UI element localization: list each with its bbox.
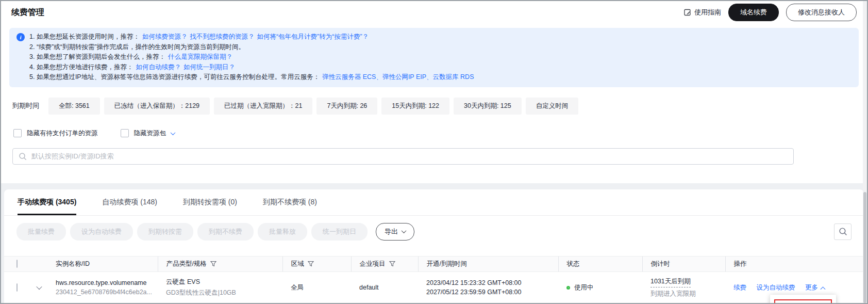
tip-link[interactable]: 如何将“包年包月计费”转为“按需计费”？ <box>257 33 369 40</box>
search-bar <box>12 148 794 165</box>
unify-expiry-date-button[interactable]: 统一到期日 <box>311 223 368 241</box>
tip-line-1: 1. 如果您想延长资源使用时间，推荐：如何续费资源？找不到想续费的资源？如何将“… <box>29 32 474 42</box>
chip-15days[interactable]: 15天内到期: 122 <box>381 98 449 115</box>
tip-link[interactable]: 如何统一到期日？ <box>183 63 235 71</box>
product-type: 云硬盘 EVS <box>166 278 278 286</box>
tab-bar: 手动续费项 (3405) 自动续费项 (148) 到期转按需项 (0) 到期不续… <box>4 189 864 216</box>
hide-resource-packages-checkbox[interactable] <box>121 129 129 137</box>
filter-icon[interactable] <box>308 261 314 267</box>
scrollbar-thumb[interactable] <box>863 192 866 303</box>
batch-renew-button[interactable]: 批量续费 <box>16 223 66 241</box>
chip-7days[interactable]: 7天内到期: 26 <box>316 98 377 115</box>
table-header-row: 实例名称/ID 产品类型/规格 区域 企业项目 开通/到期时间 状态 倒计时 操… <box>4 256 864 271</box>
expiry-filter-row: 到期时间 全部: 3561 已冻结（进入保留期）：2129 已过期（进入宽限期）… <box>12 98 859 115</box>
instance-name: hws.resource.type.volumename <box>56 279 154 286</box>
set-auto-renew-button[interactable]: 设为自动续费 <box>70 223 133 241</box>
tip-text: 5. 如果您想通过IP地址、资源标签等信息筛选资源进行续费，可前往云服务控制台处… <box>29 73 320 81</box>
scrollbar-track <box>863 1 867 303</box>
tip-link[interactable]: 什么是宽限期保留期？ <box>168 53 232 60</box>
col-header-region: 区域 <box>291 260 304 268</box>
hide-pending-order-checkbox[interactable] <box>13 129 22 137</box>
region-value: 全局 <box>291 284 304 291</box>
domain-renew-button[interactable]: 域名续费 <box>728 4 779 21</box>
tip-text: 3. 如果您想了解资源到期后会发生什么，推荐： <box>29 53 165 60</box>
menu-item-expire-no-renew[interactable]: 到期不续费 <box>774 299 832 304</box>
tip-line-2: 2. “续费”或“到期转按需”操作完成后，操作的生效时间为资源当前到期时间。 <box>29 42 474 53</box>
info-icon: i <box>16 33 25 41</box>
status-green-icon <box>566 286 570 290</box>
hide-resource-packages-filter: 隐藏资源包 <box>121 129 175 138</box>
tip-text: 2. “续费”或“到期转按需”操作完成后，操作的生效时间为资源当前到期时间。 <box>29 43 245 51</box>
top-section: 续费管理 使用指南 域名续费 修改消息接收人 i 1. 如果您想延长资源使用时间… <box>1 1 867 183</box>
col-header-ops: 操作 <box>725 256 864 271</box>
col-header-countdown: 倒计时 <box>642 256 725 271</box>
header-actions: 使用指南 域名续费 修改消息接收人 <box>684 4 857 21</box>
filter-icon[interactable] <box>389 261 395 267</box>
expire-no-renew-button[interactable]: 到期不续费 <box>197 223 254 241</box>
col-header-name: 实例名称/ID <box>47 256 158 271</box>
search-icon <box>839 227 847 236</box>
countdown-value: 1031天后到期 <box>650 277 691 287</box>
col-header-time: 开通/到期时间 <box>418 256 558 271</box>
chip-expired[interactable]: 已过期（进入宽限期）：21 <box>214 98 312 115</box>
col-header-product: 产品类型/规格 <box>166 260 207 268</box>
product-spec: GD3型线性云硬盘|10GB <box>166 289 278 297</box>
table-toolbar: 批量续费 设为自动续费 到期转按需 到期不续费 批量释放 统一到期日 导出 <box>4 216 864 241</box>
info-tips: 1. 如果您想延长资源使用时间，推荐：如何续费资源？找不到想续费的资源？如何将“… <box>29 32 474 83</box>
guide-doc-icon <box>684 9 691 16</box>
usage-guide-label: 使用指南 <box>694 8 721 17</box>
tip-link[interactable]: 弹性云服务器 ECS、弹性公网IP EIP、云数据库 RDS <box>322 73 474 81</box>
table-row: hws.resource.type.volumename 230412_5e67… <box>4 271 864 303</box>
more-label: 更多 <box>805 283 818 292</box>
row-checkbox[interactable] <box>16 283 18 292</box>
expiry-filter-label: 到期时间 <box>12 101 39 110</box>
tip-line-3: 3. 如果您想了解资源到期后会发生什么，推荐：什么是宽限期保留期？ <box>29 52 474 62</box>
tab-auto-renew[interactable]: 自动续费项 (148) <box>102 198 157 215</box>
chip-all[interactable]: 全部: 3561 <box>48 98 100 115</box>
tip-link[interactable]: 如何续费资源？ <box>142 33 188 40</box>
chip-30days[interactable]: 30天内到期: 125 <box>454 98 522 115</box>
tip-text: 1. 如果您想延长资源使用时间，推荐： <box>29 33 140 40</box>
status-label: 使用中 <box>574 283 594 292</box>
chip-frozen[interactable]: 已冻结（进入保留期）：2129 <box>104 98 210 115</box>
search-input[interactable] <box>12 148 794 165</box>
table-search-button[interactable] <box>834 223 852 240</box>
hide-pending-order-label[interactable]: 隐藏有待支付订单的资源 <box>27 129 98 138</box>
expire-to-ondemand-button[interactable]: 到期转按需 <box>137 223 193 241</box>
hide-pending-order-filter: 隐藏有待支付订单的资源 <box>13 129 98 138</box>
tip-link[interactable]: 找不到想续费的资源？ <box>190 33 254 40</box>
renewal-table: 实例名称/ID 产品类型/规格 区域 企业项目 开通/到期时间 状态 倒计时 操… <box>4 256 864 304</box>
more-link[interactable]: 更多 <box>805 283 825 292</box>
chevron-down-icon[interactable] <box>171 130 176 135</box>
select-all-checkbox[interactable] <box>16 260 18 268</box>
renew-link[interactable]: 续费 <box>733 283 746 292</box>
expand-row-icon[interactable] <box>36 284 42 290</box>
tab-expire-no-renew[interactable]: 到期不续费项 (8) <box>263 198 317 215</box>
chip-custom-time[interactable]: 自定义时间 <box>526 98 579 115</box>
page-title: 续费管理 <box>11 7 44 18</box>
more-dropdown-menu: 到期不续费 <box>770 295 836 304</box>
export-label: 导出 <box>385 227 398 236</box>
tip-link[interactable]: 如何自动续费？ <box>136 63 181 71</box>
hide-resource-packages-label[interactable]: 隐藏资源包 <box>134 129 166 138</box>
info-banner: i 1. 如果您想延长资源使用时间，推荐：如何续费资源？找不到想续费的资源？如何… <box>9 28 859 87</box>
status-badge: 使用中 <box>566 283 638 292</box>
tip-line-4: 4. 如果您想方便地进行续费，推荐：如何自动续费？如何统一到期日？ <box>29 62 474 73</box>
export-button[interactable]: 导出 <box>376 223 414 241</box>
modify-receiver-button[interactable]: 修改消息接收人 <box>786 4 857 21</box>
tab-manual-renew[interactable]: 手动续费项 (3405) <box>18 198 76 215</box>
renewal-list-card: 手动续费项 (3405) 自动续费项 (148) 到期转按需项 (0) 到期不续… <box>4 189 864 304</box>
page-header: 续费管理 使用指南 域名续费 修改消息接收人 <box>1 1 867 24</box>
set-auto-renew-link[interactable]: 设为自动续费 <box>756 283 795 292</box>
search-icon <box>19 152 27 161</box>
tip-text: 4. 如果您想方便地进行续费，推荐： <box>29 63 133 71</box>
chevron-down-icon <box>402 228 407 233</box>
col-header-status: 状态 <box>558 256 642 271</box>
col-header-project: 企业项目 <box>360 260 386 268</box>
project-value: default <box>359 284 379 291</box>
tab-expire-to-ondemand[interactable]: 到期转按需项 (0) <box>183 198 237 215</box>
batch-release-button[interactable]: 批量释放 <box>258 223 307 241</box>
instance-id: 230412_5e6708769b4f4c6eb2a... <box>56 289 154 296</box>
usage-guide-link[interactable]: 使用指南 <box>684 8 721 17</box>
filter-icon[interactable] <box>210 261 216 267</box>
